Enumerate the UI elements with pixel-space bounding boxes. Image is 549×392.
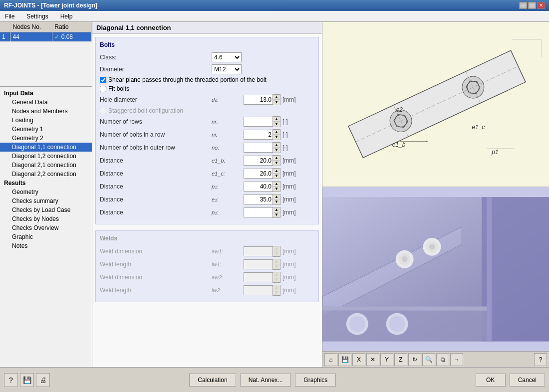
dist-p1-spinner[interactable]: ▲ ▼ xyxy=(244,181,280,192)
dist-e2-down[interactable]: ▼ xyxy=(273,199,280,204)
dist-e1c-up[interactable]: ▲ xyxy=(273,169,280,174)
toolbar-btn-copy[interactable]: ⧉ xyxy=(436,353,449,366)
dist-p2-up[interactable]: ▲ xyxy=(273,207,280,212)
bolts-outer-up[interactable]: ▲ xyxy=(273,143,280,148)
dist-p1-input[interactable] xyxy=(244,182,273,192)
menu-help[interactable]: Help xyxy=(57,12,76,21)
help-icon-btn[interactable]: ? xyxy=(4,373,18,387)
weld-dim1-label: Weld dimension xyxy=(100,248,210,255)
welds-section: Welds Weld dimension aw1: ▲ ▼ [mm] Weld … xyxy=(95,230,319,302)
svg-point-26 xyxy=(402,256,408,262)
toolbar-btn-y[interactable]: Y xyxy=(380,353,393,366)
dist-e1c-spinner[interactable]: ▲ ▼ xyxy=(244,168,280,179)
dist-e1c-input[interactable] xyxy=(244,169,273,179)
nav-geometry-1[interactable]: Geometry 1 xyxy=(0,125,92,134)
nav-checks-summary[interactable]: Checks summary xyxy=(0,196,92,205)
nav-graphic[interactable]: Graphic xyxy=(0,232,92,241)
nav-general-data[interactable]: General Data xyxy=(0,98,92,107)
window-controls[interactable]: ─ □ ✕ xyxy=(519,2,545,9)
nav-checks-load-case[interactable]: Checks by Load Case xyxy=(0,205,92,214)
dist-p1-down[interactable]: ▼ xyxy=(273,187,280,192)
staggered-row: Staggered bolt configuration xyxy=(100,107,314,114)
num-rows-down[interactable]: ▼ xyxy=(273,122,280,127)
ok-button[interactable]: OK xyxy=(476,374,506,387)
bolts-row-spinner[interactable]: ▲ ▼ xyxy=(244,129,280,140)
toolbar-btn-home[interactable]: ⌂ xyxy=(324,353,337,366)
toolbar-btn-zoom[interactable]: 🔍 xyxy=(422,353,435,366)
nav-diagonal-21[interactable]: Diagonal 2,1 connection xyxy=(0,161,92,170)
save-icon-btn[interactable]: 💾 xyxy=(20,373,34,387)
nav-checks-nodes[interactable]: Checks by Nodes xyxy=(0,214,92,223)
nav-nodes-members[interactable]: Nodes and Members xyxy=(0,107,92,116)
menu-settings[interactable]: Settings xyxy=(23,12,51,21)
dist-p2-down[interactable]: ▼ xyxy=(273,212,280,217)
hole-diameter-input[interactable] xyxy=(244,95,273,105)
dist-e2-input[interactable] xyxy=(244,195,273,204)
nav-notes[interactable]: Notes xyxy=(0,241,92,250)
table-row[interactable]: 1 44 ✓ 0.08 xyxy=(0,32,92,42)
class-select[interactable]: 4.65.68.810.9 xyxy=(212,52,242,62)
minimize-button[interactable]: ─ xyxy=(519,2,527,9)
hole-diameter-spinner[interactable]: ▲ ▼ xyxy=(244,94,280,105)
hole-diameter-down[interactable]: ▼ xyxy=(273,100,280,105)
dist-p1-up[interactable]: ▲ xyxy=(273,182,280,187)
bolts-row-up[interactable]: ▲ xyxy=(273,130,280,135)
maximize-button[interactable]: □ xyxy=(528,2,536,9)
dist-p2-input[interactable] xyxy=(244,207,273,217)
nav-geometry[interactable]: Geometry xyxy=(0,188,92,196)
nav-loading[interactable]: Loading xyxy=(0,116,92,125)
dist-e1b-input[interactable] xyxy=(244,156,273,166)
dist-p2-spinner[interactable]: ▲ ▼ xyxy=(244,207,280,218)
weld-len1-unit: [mm] xyxy=(282,261,297,268)
diameter-row: Diameter: M10M12M16M20 xyxy=(100,64,314,74)
num-rows-input[interactable] xyxy=(244,117,273,127)
data-table: Nodes No. Ratio 1 44 ✓ 0.08 xyxy=(0,22,92,42)
dist-e2-row: Distance e₂: ▲ ▼ [mm] xyxy=(100,194,314,205)
nav-diagonal-12[interactable]: Diagonal 1,2 connection xyxy=(0,152,92,161)
bolts-row-input[interactable] xyxy=(244,130,273,140)
dist-e2-up[interactable]: ▲ xyxy=(273,195,280,199)
hole-diameter-up[interactable]: ▲ xyxy=(273,95,280,100)
toolbar-btn-export[interactable]: → xyxy=(450,353,463,366)
dist-e2-spinner[interactable]: ▲ ▼ xyxy=(244,194,280,205)
toolbar-btn-z[interactable]: Z xyxy=(394,353,407,366)
calculation-button[interactable]: Calculation xyxy=(189,374,236,387)
dist-e1b-spinner[interactable]: ▲ ▼ xyxy=(244,155,280,166)
print-icon-btn[interactable]: 🖨 xyxy=(36,373,50,387)
dist-e1b-down[interactable]: ▼ xyxy=(273,161,280,166)
toolbar-btn-save[interactable]: 💾 xyxy=(338,353,351,366)
close-button[interactable]: ✕ xyxy=(537,2,545,9)
nat-annex-button[interactable]: Nat. Annex... xyxy=(240,374,291,387)
nav-diagonal-11[interactable]: Diagonal 1,1 connection xyxy=(0,143,92,152)
num-rows-spinner[interactable]: ▲ ▼ xyxy=(244,116,280,127)
nav-diagonal-22[interactable]: Diagonal 2,2 connection xyxy=(0,170,92,179)
svg-text:e1_b: e1_b xyxy=(392,141,406,148)
bolts-outer-input[interactable] xyxy=(244,143,273,153)
toolbar-btn-x2[interactable]: ✕ xyxy=(366,353,379,366)
bolts-outer-spinner[interactable]: ▲ ▼ xyxy=(244,142,280,153)
toolbar-btn-x[interactable]: X xyxy=(352,353,365,366)
bolts-outer-down[interactable]: ▼ xyxy=(273,148,280,153)
bolts-row-row: Number of bolts in a row ni: ▲ ▼ [-] xyxy=(100,129,314,140)
toolbar-btn-help[interactable]: ? xyxy=(534,353,547,366)
main-content: Nodes No. Ratio 1 44 ✓ 0.08 Input Data G… xyxy=(0,22,549,367)
weld-dim2-down: ▼ xyxy=(273,277,280,282)
dist-p1-label: Distance xyxy=(100,183,210,190)
fit-bolts-checkbox[interactable] xyxy=(100,86,106,92)
num-rows-row: Number of rows nr: ▲ ▼ [-] xyxy=(100,116,314,127)
nav-geometry-2[interactable]: Geometry 2 xyxy=(0,134,92,143)
dist-e1c-down[interactable]: ▼ xyxy=(273,174,280,179)
nav-checks-overview[interactable]: Checks Overview xyxy=(0,223,92,232)
num-rows-up[interactable]: ▲ xyxy=(273,117,280,122)
bolts-row-down[interactable]: ▼ xyxy=(273,135,280,140)
dist-e1b-up[interactable]: ▲ xyxy=(273,156,280,161)
cancel-button[interactable]: Cancel xyxy=(510,374,545,387)
diameter-select[interactable]: M10M12M16M20 xyxy=(212,64,242,74)
staggered-checkbox[interactable] xyxy=(100,108,106,114)
graphics-panel: e1_b e1_c p1 e2 xyxy=(322,22,549,367)
graphics-button[interactable]: Graphics xyxy=(295,374,336,387)
shear-plane-checkbox[interactable] xyxy=(100,77,106,83)
dist-e1b-unit: [mm] xyxy=(282,157,297,164)
menu-file[interactable]: File xyxy=(2,12,17,21)
toolbar-btn-rotate[interactable]: ↻ xyxy=(408,353,421,366)
